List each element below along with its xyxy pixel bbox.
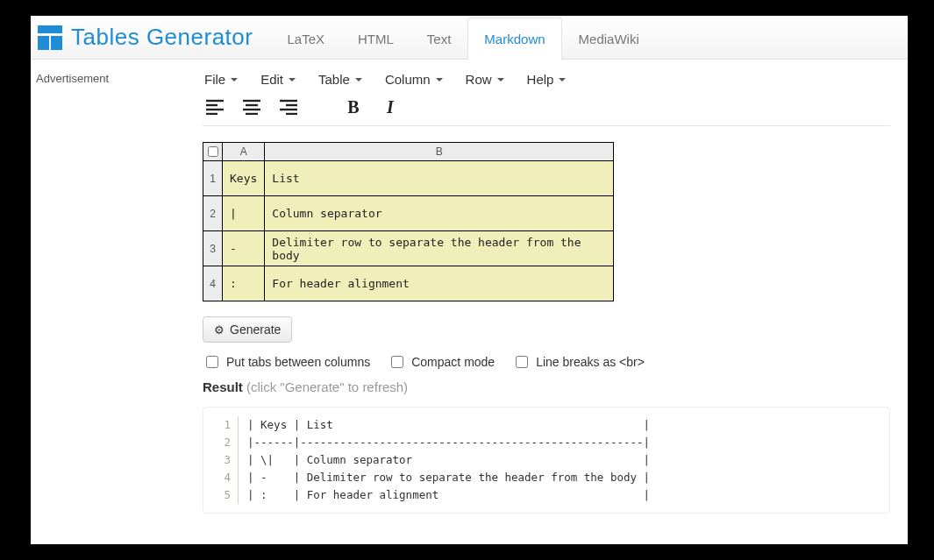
code-line: | - | Delimiter row to separate the head… — [247, 469, 881, 486]
tab-label: MediaWiki — [579, 32, 639, 46]
tab-markdown[interactable]: Markdown — [467, 18, 561, 60]
cell[interactable]: | — [223, 196, 265, 231]
table-row: 1 Keys List — [203, 161, 614, 196]
menu-label: Edit — [260, 72, 283, 87]
cell[interactable]: For header alignment — [265, 266, 614, 301]
row-header[interactable]: 3 — [203, 231, 223, 266]
option-linebreaks-checkbox[interactable] — [516, 356, 528, 368]
menu-file[interactable]: File — [204, 72, 238, 87]
chevron-down-icon — [289, 78, 296, 82]
row-header[interactable]: 2 — [203, 196, 223, 231]
chevron-down-icon — [559, 78, 566, 82]
cell[interactable]: Delimiter row to separate the header fro… — [265, 231, 614, 266]
table-editor: A B 1 Keys List 2 — [203, 142, 614, 301]
cell[interactable]: Column separator — [265, 196, 614, 231]
menu-label: Table — [318, 72, 350, 87]
tab-html[interactable]: HTML — [341, 18, 410, 60]
tab-text[interactable]: Text — [410, 18, 468, 60]
row-header[interactable]: 1 — [203, 161, 223, 196]
bold-button[interactable]: B — [343, 97, 364, 117]
tab-label: HTML — [358, 32, 394, 46]
cell[interactable]: List — [265, 161, 614, 196]
format-tabs: LaTeX HTML Text Markdown MediaWiki — [270, 16, 655, 59]
top-navbar: Tables Generator LaTeX HTML Text Markdow… — [31, 16, 908, 60]
code-line: | Keys | List | — [247, 416, 881, 434]
generate-button[interactable]: ⚙ Generate — [203, 316, 292, 343]
format-toolbar: B I — [203, 94, 890, 126]
option-tabs-checkbox[interactable] — [206, 356, 218, 368]
gear-icon: ⚙ — [214, 323, 225, 337]
option-linebreaks[interactable]: Line breaks as <br> — [512, 353, 645, 371]
option-label: Compact mode — [411, 355, 495, 369]
ads-label: Advertisement — [36, 72, 109, 85]
tab-label: Text — [427, 32, 452, 46]
menu-help[interactable]: Help — [527, 72, 567, 87]
line-number: 4 — [203, 469, 231, 486]
output-code[interactable]: 1 2 3 4 5 | Keys | List | |------|------… — [203, 407, 890, 514]
editor-menubar: File Edit Table Column Row Help — [203, 68, 890, 94]
line-number: 3 — [203, 451, 231, 469]
ads-sidebar: Advertisement — [31, 60, 197, 531]
chevron-down-icon — [436, 78, 443, 82]
option-label: Line breaks as <br> — [536, 355, 645, 369]
menu-label: Help — [527, 72, 554, 87]
line-number: 1 — [203, 416, 231, 434]
cell[interactable]: : — [223, 266, 265, 301]
menu-table[interactable]: Table — [318, 72, 362, 87]
table-row: 4 : For header alignment — [203, 266, 614, 301]
italic-button[interactable]: I — [380, 97, 401, 117]
align-right-icon[interactable] — [278, 97, 299, 117]
code-line: | \| | Column separator | — [247, 451, 881, 469]
align-center-icon[interactable] — [241, 97, 262, 117]
option-tabs[interactable]: Put tabs between columns — [203, 353, 370, 371]
main-area: File Edit Table Column Row Help — [197, 60, 908, 531]
menu-row[interactable]: Row — [466, 72, 504, 87]
tab-latex[interactable]: LaTeX — [270, 18, 341, 60]
table-row: 2 | Column separator — [203, 196, 614, 231]
select-all-checkbox[interactable] — [208, 146, 218, 157]
menu-label: Column — [385, 72, 431, 87]
line-number: 2 — [203, 434, 231, 451]
result-label: Result — [203, 379, 243, 394]
option-compact[interactable]: Compact mode — [388, 353, 495, 371]
code-line: | : | For header alignment | — [247, 486, 881, 504]
align-left-icon[interactable] — [204, 97, 225, 117]
options-row: Put tabs between columns Compact mode Li… — [203, 353, 890, 371]
cell[interactable]: Keys — [223, 161, 265, 196]
menu-label: File — [204, 72, 225, 87]
code-line: |------|--------------------------------… — [247, 434, 881, 451]
brand-name: Tables Generator — [71, 24, 253, 51]
generate-label: Generate — [230, 323, 281, 337]
menu-label: Row — [466, 72, 492, 87]
option-label: Put tabs between columns — [226, 355, 370, 369]
chevron-down-icon — [355, 78, 362, 82]
line-gutter: 1 2 3 4 5 — [203, 416, 239, 504]
tab-mediawiki[interactable]: MediaWiki — [562, 18, 656, 60]
col-header-b[interactable]: B — [265, 143, 614, 161]
line-number: 5 — [203, 486, 231, 504]
row-header[interactable]: 4 — [203, 266, 223, 301]
brand-logo[interactable]: Tables Generator — [38, 24, 270, 51]
col-header-a[interactable]: A — [223, 143, 265, 161]
select-all-corner[interactable] — [203, 143, 223, 161]
menu-column[interactable]: Column — [385, 72, 443, 87]
result-hint: (click "Generate" to refresh) — [246, 379, 408, 394]
chevron-down-icon — [231, 78, 238, 82]
table-row: 3 - Delimiter row to separate the header… — [203, 231, 614, 266]
tab-label: Markdown — [484, 32, 545, 46]
result-heading: Result (click "Generate" to refresh) — [203, 379, 890, 394]
logo-icon — [38, 25, 62, 50]
menu-edit[interactable]: Edit — [260, 72, 296, 87]
option-compact-checkbox[interactable] — [391, 356, 403, 368]
chevron-down-icon — [497, 78, 504, 82]
cell[interactable]: - — [223, 231, 265, 266]
tab-label: LaTeX — [287, 32, 324, 46]
